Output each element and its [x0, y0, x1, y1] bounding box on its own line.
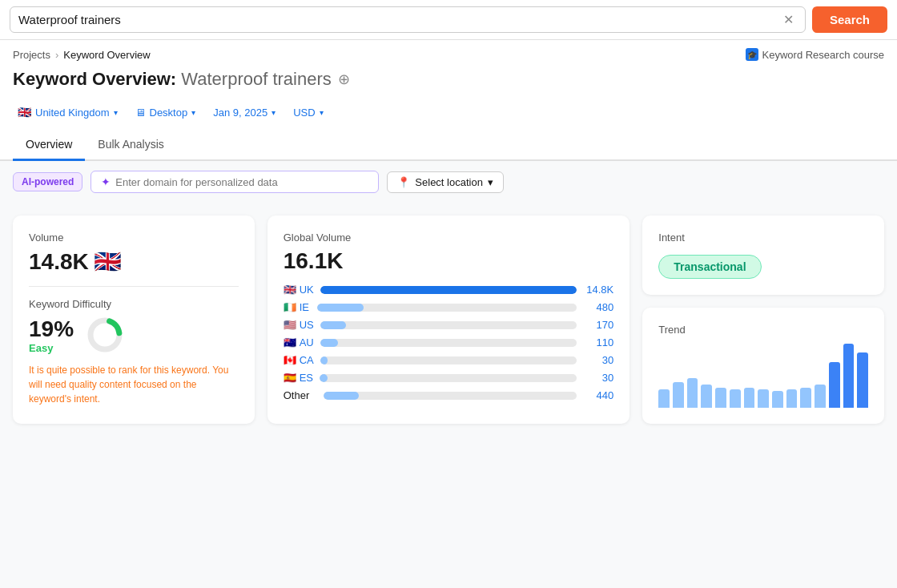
global-volume-label: Global Volume: [284, 232, 614, 244]
trend-bar-2: [687, 378, 698, 408]
search-button[interactable]: Search: [812, 6, 887, 33]
bar-fill-ie: [317, 304, 364, 312]
country-uk: 🇬🇧 UK: [284, 284, 314, 296]
location-filter[interactable]: 🇬🇧 United Kingdom ▾: [13, 103, 123, 122]
bar-val-ca: 30: [583, 354, 613, 366]
currency-filter[interactable]: USD ▾: [288, 103, 328, 122]
ai-powered-badge: AI-powered: [13, 172, 82, 191]
trend-bar-14: [857, 352, 868, 408]
desktop-icon: 🖥: [135, 107, 146, 119]
device-chevron-icon: ▾: [191, 108, 195, 117]
bar-val-au: 110: [583, 336, 613, 348]
bar-row-other: Other 440: [284, 389, 614, 401]
select-location-button[interactable]: 📍 Select location ▾: [387, 171, 504, 193]
intent-label: Intent: [658, 232, 868, 244]
country-us: 🇺🇸 US: [284, 319, 314, 331]
bar-track-ca: [320, 356, 577, 364]
device-filter[interactable]: 🖥 Desktop ▾: [131, 103, 201, 122]
bar-row-ca: 🇨🇦 CA 30: [284, 354, 614, 366]
breadcrumb-bar: Projects › Keyword Overview 🎓 Keyword Re…: [0, 40, 897, 64]
us-flag: 🇺🇸: [284, 319, 296, 331]
keyword-course-link[interactable]: 🎓 Keyword Research course: [746, 48, 884, 61]
tabs-row: Overview Bulk Analysis: [0, 130, 897, 161]
uk-flag-icon: 🇬🇧: [18, 106, 31, 119]
page-title-bar: Keyword Overview: Waterproof trainers ⊕: [0, 64, 897, 98]
ie-flag: 🇮🇪: [284, 301, 296, 313]
intent-badge: Transactional: [658, 255, 761, 279]
course-link-label: Keyword Research course: [762, 49, 884, 61]
tab-bulk-analysis[interactable]: Bulk Analysis: [85, 130, 176, 161]
trend-bar-10: [800, 388, 811, 408]
volume-flag-icon: 🇬🇧: [94, 248, 122, 275]
intent-card: Intent Transactional: [642, 215, 884, 295]
trend-card: Trend: [642, 308, 884, 424]
cards-area: Volume 14.8K 🇬🇧 Keyword Difficulty 19% E…: [0, 203, 897, 437]
kd-value-wrap: 19% Easy: [29, 316, 74, 354]
right-column: Intent Transactional Trend: [642, 215, 884, 424]
keyword-title: Waterproof trainers: [181, 69, 331, 89]
bar-track-other: [324, 392, 577, 400]
trend-bar-6: [744, 388, 755, 408]
bar-track-au: [320, 339, 577, 347]
volume-value: 14.8K 🇬🇧: [29, 248, 239, 275]
bar-val-other: 440: [583, 389, 613, 401]
search-input[interactable]: [18, 13, 780, 26]
tab-overview[interactable]: Overview: [13, 130, 85, 161]
location-chevron-icon: ▾: [114, 108, 118, 117]
global-volume-value: 16.1K: [284, 248, 614, 274]
uk-flag: 🇬🇧: [284, 284, 296, 296]
bar-fill-ca: [320, 356, 328, 364]
breadcrumb-projects[interactable]: Projects: [13, 49, 50, 61]
bar-val-us: 170: [583, 319, 613, 331]
breadcrumb-current: Keyword Overview: [63, 49, 150, 61]
au-flag: 🇦🇺: [284, 336, 296, 348]
es-flag: 🇪🇸: [284, 372, 296, 384]
trend-bar-9: [786, 389, 798, 408]
ai-domain-input[interactable]: [115, 176, 368, 188]
filters-row: 🇬🇧 United Kingdom ▾ 🖥 Desktop ▾ Jan 9, 2…: [0, 98, 897, 130]
card-divider: [29, 286, 239, 287]
device-label: Desktop: [150, 107, 188, 119]
bar-fill-uk: [320, 286, 577, 294]
kd-label: Keyword Difficulty: [29, 298, 239, 310]
volume-label: Volume: [29, 232, 239, 244]
country-ie: 🇮🇪 IE: [284, 301, 311, 313]
bar-track-es: [320, 374, 577, 382]
trend-label: Trend: [658, 324, 868, 336]
trend-bar-4: [715, 388, 726, 408]
bar-fill-other: [324, 392, 359, 400]
kd-donut-chart: [85, 315, 125, 355]
kd-percentage: 19%: [29, 316, 74, 342]
ai-domain-input-wrapper: ✦: [91, 171, 379, 193]
ai-bar: AI-powered ✦ 📍 Select location ▾: [0, 161, 897, 203]
trend-bar-3: [701, 385, 712, 408]
breadcrumb-left: Projects › Keyword Overview: [13, 49, 151, 61]
bar-fill-us: [320, 321, 346, 329]
bar-val-ie: 480: [583, 301, 613, 313]
bar-track-us: [320, 321, 577, 329]
date-filter[interactable]: Jan 9, 2025 ▾: [208, 103, 280, 122]
bar-row-us: 🇺🇸 US 170: [284, 319, 614, 331]
bar-track-ie: [317, 304, 577, 312]
bar-fill-es: [320, 374, 328, 382]
breadcrumb-separator: ›: [55, 49, 58, 61]
bar-fill-au: [320, 339, 338, 347]
course-icon: 🎓: [746, 48, 758, 61]
kd-section: 19% Easy: [29, 315, 239, 355]
trend-bar-12: [829, 362, 840, 408]
bar-row-ie: 🇮🇪 IE 480: [284, 301, 614, 313]
bar-val-es: 30: [583, 372, 613, 384]
bar-track-uk: [320, 286, 577, 294]
location-label: United Kingdom: [35, 107, 110, 119]
bar-val-uk: 14.8K: [583, 284, 613, 296]
trend-bar-5: [730, 389, 741, 408]
trend-bar-8: [772, 391, 783, 408]
trend-bar-1: [673, 382, 684, 408]
page-title: Keyword Overview: Waterproof trainers: [13, 69, 332, 90]
kd-description: It is quite possible to rank for this ke…: [29, 363, 239, 406]
global-volume-card: Global Volume 16.1K 🇬🇧 UK 14.8K 🇮🇪 IE 48…: [267, 215, 630, 424]
search-input-wrapper: ✕: [10, 6, 806, 33]
clear-button[interactable]: ✕: [780, 12, 797, 27]
add-to-list-button[interactable]: ⊕: [338, 70, 350, 88]
location-pin-icon: 📍: [397, 176, 410, 188]
